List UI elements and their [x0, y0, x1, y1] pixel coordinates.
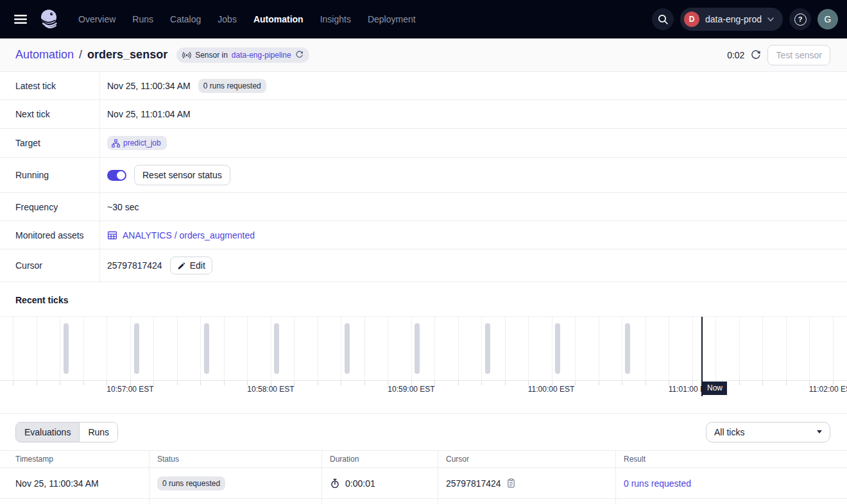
- evaluation-row[interactable]: Nov 25, 11:00:34 AM 0 runs requested 0:0…: [0, 468, 847, 499]
- page-title: orders_sensor: [87, 48, 167, 62]
- copy-cursor-button[interactable]: [506, 478, 516, 488]
- axis-tickmark: [318, 381, 318, 385]
- gridline: [130, 317, 131, 380]
- sensor-icon: [182, 51, 191, 60]
- monitored-assets-label: Monitored assets: [0, 221, 100, 249]
- gridline: [224, 317, 225, 380]
- tab-group: Evaluations Runs: [15, 422, 118, 442]
- axis-tickmark: [200, 381, 201, 385]
- reload-location-icon[interactable]: [295, 51, 304, 59]
- reset-sensor-status-button[interactable]: Reset sensor status: [134, 165, 230, 185]
- cursor-row: Cursor 25797817424 Edit: [0, 249, 847, 282]
- nav-item-insights[interactable]: Insights: [320, 14, 351, 24]
- axis-tickmark: [575, 381, 576, 385]
- edit-button-label: Edit: [190, 260, 205, 271]
- dagster-logo-icon: [37, 7, 62, 31]
- gridline: [434, 317, 435, 380]
- evaluation-timestamp: Nov 25, 11:00:34 AM: [15, 478, 99, 489]
- column-header-duration: Duration: [322, 451, 438, 467]
- axis-time-label: 10:59:00 EST: [388, 385, 434, 394]
- next-tick-label: Next tick: [0, 100, 100, 128]
- sensor-tick-bar[interactable]: [204, 323, 209, 374]
- toggle-knob: [117, 171, 125, 180]
- tab-runs[interactable]: Runs: [79, 423, 117, 442]
- running-toggle[interactable]: [107, 170, 126, 181]
- axis-tickmark: [13, 381, 13, 385]
- breadcrumb-automation[interactable]: Automation: [15, 48, 74, 62]
- cursor-label: Cursor: [0, 249, 100, 281]
- deployment-name: data-eng-prod: [705, 14, 762, 24]
- target-job-chip[interactable]: predict_job: [107, 136, 167, 150]
- gridline: [646, 317, 646, 380]
- frequency-row: Frequency ~30 sec: [0, 193, 847, 221]
- evaluation-result-link[interactable]: 0 runs requested: [624, 478, 691, 489]
- monitored-asset-link[interactable]: ANALYTICS / orders_augmented: [107, 230, 255, 240]
- gridline: [786, 317, 787, 380]
- axis-tickmark: [37, 381, 37, 385]
- sensor-tick-bar[interactable]: [64, 323, 69, 374]
- dagster-logo[interactable]: [37, 7, 62, 31]
- deployment-switcher[interactable]: D data-eng-prod: [680, 8, 783, 31]
- help-button[interactable]: ?: [789, 8, 811, 30]
- frequency-value: ~30 sec: [107, 202, 139, 212]
- axis-time-label: 11:00:00 EST: [528, 385, 575, 394]
- evaluation-cursor: 25797817424: [446, 478, 501, 489]
- edit-cursor-button[interactable]: Edit: [170, 256, 212, 274]
- ticks-axis-line: [0, 380, 847, 381]
- next-tick-row: Next tick Nov 25, 11:01:04 AM: [0, 100, 847, 129]
- user-avatar[interactable]: G: [817, 9, 838, 29]
- sensor-tick-bar[interactable]: [415, 323, 420, 374]
- nav-item-runs[interactable]: Runs: [132, 14, 153, 24]
- gridline: [762, 317, 763, 380]
- sensor-tick-bar[interactable]: [555, 323, 560, 374]
- sensor-tick-bar[interactable]: [134, 323, 139, 374]
- chevron-down-icon: [767, 17, 774, 22]
- tick-filter-select[interactable]: All ticks: [706, 422, 830, 442]
- gridline: [247, 317, 248, 380]
- sensor-tick-bar[interactable]: [485, 323, 490, 374]
- monitored-asset-key: ANALYTICS / orders_augmented: [123, 230, 255, 240]
- search-button[interactable]: [652, 8, 674, 30]
- hamburger-icon: [14, 14, 27, 24]
- tab-evaluations[interactable]: Evaluations: [16, 423, 79, 442]
- code-location-link[interactable]: data-eng-pipeline: [232, 51, 291, 60]
- next-tick-value: Nov 25, 11:01:04 AM: [107, 109, 191, 119]
- gridline: [575, 317, 576, 380]
- column-header-cursor: Cursor: [438, 451, 616, 467]
- frequency-label: Frequency: [0, 193, 100, 221]
- page-header-actions: 0:02 Test sensor: [727, 45, 830, 65]
- sensor-tick-bar[interactable]: [274, 323, 279, 374]
- nav-item-catalog[interactable]: Catalog: [170, 14, 201, 24]
- sensor-details: Latest tick Nov 25, 11:00:34 AM 0 runs r…: [0, 72, 847, 282]
- axis-tickmark: [646, 381, 646, 385]
- evaluation-row-partial[interactable]: [0, 499, 847, 504]
- gridline: [622, 317, 622, 380]
- gridline: [388, 317, 388, 380]
- column-header-status: Status: [150, 451, 322, 467]
- menu-button[interactable]: [10, 10, 31, 28]
- nav-item-automation[interactable]: Automation: [253, 14, 304, 24]
- axis-tickmark: [762, 381, 763, 385]
- job-icon: [112, 139, 120, 147]
- dagster-app: OverviewRunsCatalogJobsAutomationInsight…: [0, 0, 847, 504]
- target-label: Target: [0, 129, 100, 157]
- target-row: Target predict_job: [0, 129, 847, 158]
- gridline: [200, 317, 201, 380]
- axis-tickmark: [177, 381, 178, 385]
- sensor-tick-bar[interactable]: [625, 323, 630, 374]
- nav-item-jobs[interactable]: Jobs: [218, 14, 237, 24]
- nav-item-deployment[interactable]: Deployment: [368, 14, 416, 24]
- nav-item-overview[interactable]: Overview: [78, 14, 116, 24]
- gridline: [833, 317, 834, 380]
- sensor-tick-bar[interactable]: [345, 323, 350, 374]
- refresh-icon[interactable]: [751, 50, 761, 60]
- gridline: [37, 317, 37, 380]
- axis-tickmark: [599, 381, 599, 385]
- recent-ticks-timeline[interactable]: 10:57:00 EST10:58:00 EST10:59:00 EST11:0…: [0, 316, 847, 414]
- test-sensor-button[interactable]: Test sensor: [767, 45, 830, 65]
- gridline: [599, 317, 599, 380]
- gridline: [411, 317, 412, 380]
- target-job-name: predict_job: [123, 139, 161, 147]
- recent-ticks-heading: Recent ticks: [0, 282, 847, 316]
- primary-nav: OverviewRunsCatalogJobsAutomationInsight…: [78, 14, 416, 24]
